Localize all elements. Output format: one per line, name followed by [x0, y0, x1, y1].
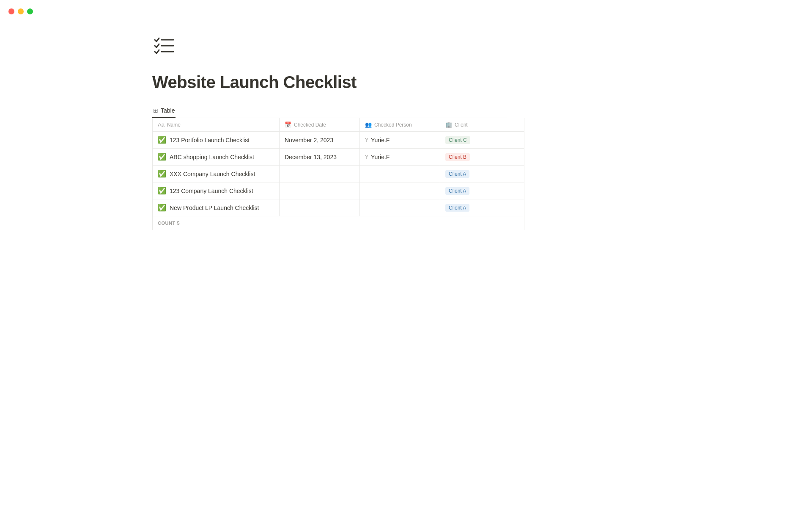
- table-row[interactable]: ✅ ABC shopping Launch Checklist December…: [153, 149, 524, 166]
- table-header: Aa Name 📅 Checked Date 👥 Checked Person …: [153, 118, 524, 132]
- cell-date-1: November 2, 2023: [280, 132, 360, 148]
- client-badge: Client C: [445, 136, 470, 144]
- cell-person-5: [360, 199, 440, 216]
- table-icon: ⊞: [153, 107, 158, 114]
- cell-person-2: Y Yurie.F: [360, 149, 440, 165]
- check-icon: ✅: [158, 136, 166, 144]
- cell-name-1: ✅ 123 Portfolio Launch Checklist: [153, 132, 280, 148]
- check-icon: ✅: [158, 187, 166, 195]
- cell-client-2: Client B: [440, 149, 508, 165]
- close-button[interactable]: [8, 8, 14, 14]
- person-icon: 👥: [365, 121, 372, 128]
- cell-name-3: ✅ XXX Company Launch Checklist: [153, 166, 280, 182]
- cell-person-1: Y Yurie.F: [360, 132, 440, 148]
- cell-name-4: ✅ 123 Company Launch Checklist: [153, 182, 280, 199]
- cell-date-5: [280, 199, 360, 216]
- tab-table[interactable]: ⊞ Table: [152, 104, 176, 118]
- check-icon: ✅: [158, 170, 166, 178]
- cell-name-2: ✅ ABC shopping Launch Checklist: [153, 149, 280, 165]
- traffic-lights: [8, 8, 33, 14]
- main-content: Website Launch Checklist ⊞ Table Aa Name…: [0, 0, 508, 230]
- column-header-client: 🏢 Client: [440, 118, 508, 131]
- cell-client-5: Client A: [440, 199, 508, 216]
- table-row[interactable]: ✅ 123 Company Launch Checklist Client A: [153, 182, 524, 199]
- cell-name-5: ✅ New Product LP Launch Checklist: [153, 199, 280, 216]
- data-table: Aa Name 📅 Checked Date 👥 Checked Person …: [152, 118, 524, 230]
- cell-person-4: [360, 182, 440, 199]
- person-initial: Y: [365, 154, 368, 160]
- table-row[interactable]: ✅ New Product LP Launch Checklist Client…: [153, 199, 524, 216]
- cell-date-2: December 13, 2023: [280, 149, 360, 165]
- check-icon: ✅: [158, 204, 166, 212]
- building-icon: 🏢: [445, 121, 452, 128]
- client-badge: Client A: [445, 204, 469, 212]
- minimize-button[interactable]: [18, 8, 24, 14]
- cell-client-1: Client C: [440, 132, 508, 148]
- page-icon: [152, 34, 508, 63]
- count-row: COUNT 5: [153, 216, 524, 230]
- column-header-name: Aa Name: [153, 118, 280, 131]
- cell-date-3: [280, 166, 360, 182]
- client-badge: Client A: [445, 187, 469, 195]
- column-header-date: 📅 Checked Date: [280, 118, 360, 131]
- tab-bar: ⊞ Table: [152, 104, 508, 118]
- text-icon: Aa: [158, 121, 165, 128]
- cell-client-3: Client A: [440, 166, 508, 182]
- person-initial: Y: [365, 137, 368, 143]
- table-row[interactable]: ✅ XXX Company Launch Checklist Client A: [153, 166, 524, 182]
- calendar-icon: 📅: [285, 121, 291, 128]
- client-badge: Client A: [445, 170, 469, 178]
- cell-date-4: [280, 182, 360, 199]
- page-title: Website Launch Checklist: [152, 73, 508, 92]
- check-icon: ✅: [158, 153, 166, 161]
- column-header-person: 👥 Checked Person: [360, 118, 440, 131]
- maximize-button[interactable]: [27, 8, 33, 14]
- client-badge: Client B: [445, 153, 470, 161]
- cell-person-3: [360, 166, 440, 182]
- cell-client-4: Client A: [440, 182, 508, 199]
- table-row[interactable]: ✅ 123 Portfolio Launch Checklist Novembe…: [153, 132, 524, 149]
